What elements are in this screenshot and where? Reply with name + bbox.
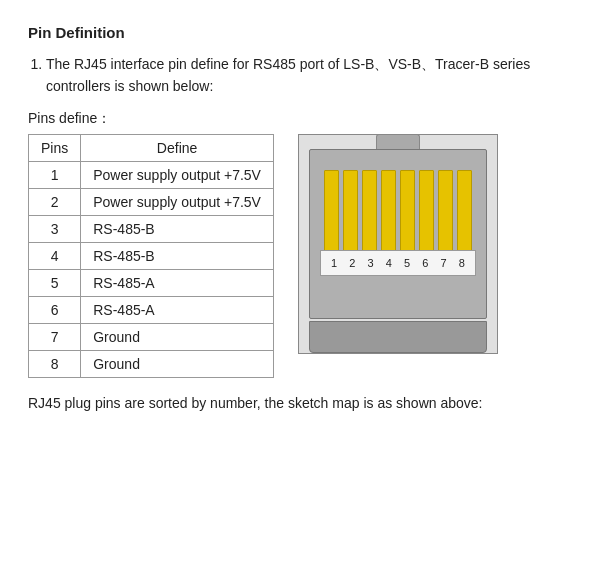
pin-label: 8 [459, 257, 465, 269]
pin-define: RS-485-A [81, 296, 274, 323]
pins-define-label: Pins define： [28, 110, 572, 128]
connector-foot [309, 321, 487, 353]
table-row: 5RS-485-A [29, 269, 274, 296]
pin-number: 8 [29, 350, 81, 377]
intro-list-item: The RJ45 interface pin define for RS485 … [46, 53, 572, 98]
pin-strip [400, 170, 415, 258]
table-row: 7Ground [29, 323, 274, 350]
pin-define: Power supply output +7.5V [81, 161, 274, 188]
pin-label-strip: 12345678 [320, 250, 476, 276]
pin-strip [457, 170, 472, 258]
pin-define: Power supply output +7.5V [81, 188, 274, 215]
pin-label: 5 [404, 257, 410, 269]
pin-strip [343, 170, 358, 258]
pin-label: 4 [386, 257, 392, 269]
header-define: Define [81, 134, 274, 161]
table-row: 3RS-485-B [29, 215, 274, 242]
header-pins: Pins [29, 134, 81, 161]
connector-body: 12345678 [309, 149, 487, 319]
pin-label: 7 [441, 257, 447, 269]
pin-strip [381, 170, 396, 258]
table-row: 8Ground [29, 350, 274, 377]
pin-strip [324, 170, 339, 258]
pin-define: RS-485-A [81, 269, 274, 296]
pin-number: 6 [29, 296, 81, 323]
pin-label: 6 [422, 257, 428, 269]
pin-label: 3 [368, 257, 374, 269]
pin-define: Ground [81, 350, 274, 377]
connector-diagram: 12345678 [298, 134, 498, 354]
content-area: Pins Define 1Power supply output +7.5V2P… [28, 134, 572, 378]
pin-number: 2 [29, 188, 81, 215]
pin-label: 1 [331, 257, 337, 269]
pin-number: 1 [29, 161, 81, 188]
table-header-row: Pins Define [29, 134, 274, 161]
pin-define: RS-485-B [81, 242, 274, 269]
pin-number: 7 [29, 323, 81, 350]
pin-number: 5 [29, 269, 81, 296]
table-row: 2Power supply output +7.5V [29, 188, 274, 215]
pin-definition-table: Pins Define 1Power supply output +7.5V2P… [28, 134, 274, 378]
pin-strip [438, 170, 453, 258]
table-row: 4RS-485-B [29, 242, 274, 269]
pin-strip [362, 170, 377, 258]
table-row: 6RS-485-A [29, 296, 274, 323]
pin-define: Ground [81, 323, 274, 350]
pin-strip [419, 170, 434, 258]
footer-text: RJ45 plug pins are sorted by number, the… [28, 392, 572, 414]
pin-number: 4 [29, 242, 81, 269]
intro-text: The RJ45 interface pin define for RS485 … [28, 53, 572, 98]
table-row: 1Power supply output +7.5V [29, 161, 274, 188]
pin-label: 2 [349, 257, 355, 269]
pin-number: 3 [29, 215, 81, 242]
page-title: Pin Definition [28, 24, 572, 41]
pin-define: RS-485-B [81, 215, 274, 242]
